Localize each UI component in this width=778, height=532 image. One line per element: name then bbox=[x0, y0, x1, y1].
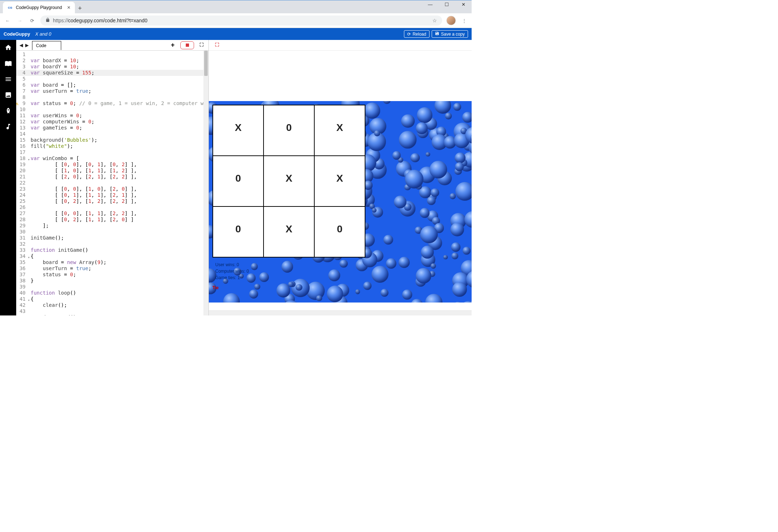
code-line[interactable]: 14 bbox=[16, 131, 208, 137]
home-icon[interactable] bbox=[4, 44, 12, 51]
code-line[interactable]: 23 [ [0, 0], [1, 0], [2, 0] ], bbox=[16, 186, 208, 192]
window-maximize-button[interactable]: ☐ bbox=[439, 0, 455, 10]
address-bar[interactable]: https://codeguppy.com/code.html?t=xand0 … bbox=[40, 15, 442, 26]
code-text[interactable] bbox=[31, 180, 208, 186]
code-line[interactable]: 39 bbox=[16, 284, 208, 290]
expand-editor-button[interactable] bbox=[197, 42, 206, 48]
board-cell[interactable]: 0 bbox=[213, 206, 264, 257]
output-hscrollbar[interactable] bbox=[209, 310, 472, 315]
code-text[interactable] bbox=[31, 204, 208, 210]
code-text[interactable]: var gameTies = 0; bbox=[31, 125, 208, 131]
code-line[interactable]: 17 bbox=[16, 149, 208, 155]
browser-menu-button[interactable]: ⋮ bbox=[460, 17, 468, 24]
rocket-icon[interactable] bbox=[4, 107, 12, 115]
code-text[interactable] bbox=[31, 241, 208, 247]
code-line[interactable]: 4var squareSize = 155; bbox=[16, 70, 208, 76]
code-line[interactable]: 20 [ [1, 0], [1, 1], [1, 2] ], bbox=[16, 168, 208, 174]
code-line[interactable]: 42 clear(); bbox=[16, 302, 208, 308]
window-minimize-button[interactable]: — bbox=[422, 0, 439, 10]
board-cell[interactable]: 0 bbox=[314, 206, 365, 257]
browser-tab[interactable]: CG CodeGuppy Playground ✕ bbox=[3, 2, 75, 13]
code-tab[interactable]: Code bbox=[32, 41, 61, 50]
profile-avatar[interactable] bbox=[446, 16, 456, 25]
code-line[interactable]: 37 status = 0; bbox=[16, 272, 208, 278]
code-text[interactable]: var boardY = 10; bbox=[31, 64, 208, 70]
code-text[interactable]: { bbox=[31, 296, 208, 302]
add-tab-button[interactable]: + bbox=[168, 41, 177, 49]
code-line[interactable]: 24 [ [0, 1], [1, 1], [2, 1] ], bbox=[16, 192, 208, 198]
code-line[interactable]: 12var computerWins = 0; bbox=[16, 119, 208, 125]
board-cell[interactable]: X bbox=[264, 156, 314, 206]
code-line[interactable]: ⚠⚠9var status = 0; // 0 = game, 1 = user… bbox=[16, 100, 208, 106]
game-canvas[interactable]: X0X0XX0X0 User wins: 0 Computer wins: 0 … bbox=[209, 51, 472, 310]
code-text[interactable]: background('Bubbles'); bbox=[31, 137, 208, 143]
code-text[interactable]: [ [0, 1], [1, 1], [2, 1] ], bbox=[31, 192, 208, 198]
code-line[interactable]: 19 [ [0, 0], [0, 1], [0, 2] ], bbox=[16, 162, 208, 168]
code-text[interactable]: { bbox=[31, 253, 208, 259]
window-close-button[interactable]: ✕ bbox=[455, 0, 472, 10]
nav-back-button[interactable]: ← bbox=[4, 17, 12, 24]
code-text[interactable]: var userWins = 0; bbox=[31, 113, 208, 119]
code-line[interactable]: 13var gameTies = 0; bbox=[16, 125, 208, 131]
code-text[interactable] bbox=[31, 149, 208, 155]
code-line[interactable]: 6var board = []; bbox=[16, 82, 208, 88]
code-line[interactable]: 30 bbox=[16, 229, 208, 235]
code-line[interactable]: 36 userTurn = true; bbox=[16, 265, 208, 272]
code-text[interactable] bbox=[31, 131, 208, 137]
menu-icon[interactable] bbox=[4, 75, 12, 83]
fold-icon[interactable]: ▾ bbox=[28, 156, 30, 163]
code-text[interactable]: var status = 0; // 0 = game, 1 = user wi… bbox=[31, 100, 208, 106]
code-text[interactable] bbox=[31, 94, 208, 100]
code-text[interactable]: function loop() bbox=[31, 290, 208, 296]
code-text[interactable]: [ [0, 2], [1, 1], [2, 0] ] bbox=[31, 217, 208, 223]
code-text[interactable] bbox=[31, 106, 208, 113]
editor-scrollbar[interactable] bbox=[203, 51, 208, 315]
code-line[interactable]: 28 [ [0, 2], [1, 1], [2, 0] ] bbox=[16, 217, 208, 223]
code-text[interactable]: [ [2, 0], [2, 1], [2, 2] ], bbox=[31, 174, 208, 180]
code-text[interactable]: userTurn = true; bbox=[31, 265, 208, 272]
code-text[interactable]: [ [0, 2], [1, 2], [2, 2] ], bbox=[31, 198, 208, 204]
code-line[interactable]: 32 bbox=[16, 241, 208, 247]
code-text[interactable]: fill("white"); bbox=[31, 143, 208, 149]
code-line[interactable]: 31initGame(); bbox=[16, 235, 208, 241]
tictactoe-board[interactable]: X0X0XX0X0 bbox=[212, 105, 365, 258]
code-text[interactable]: } bbox=[31, 278, 208, 284]
code-line[interactable]: 27 [ [0, 0], [1, 1], [2, 2] ], bbox=[16, 210, 208, 217]
save-copy-button[interactable]: Save a copy bbox=[432, 30, 468, 38]
code-text[interactable]: var boardX = 10; bbox=[31, 58, 208, 64]
stop-button[interactable] bbox=[180, 41, 194, 49]
code-text[interactable] bbox=[31, 76, 208, 82]
code-line[interactable]: 35 board = new Array(9); bbox=[16, 259, 208, 265]
code-text[interactable]: [ [1, 0], [1, 1], [1, 2] ], bbox=[31, 168, 208, 174]
tab-next-button[interactable]: ▶ bbox=[24, 42, 30, 48]
code-line[interactable]: 21 [ [2, 0], [2, 1], [2, 2] ], bbox=[16, 174, 208, 180]
code-line[interactable]: 16fill("white"); bbox=[16, 143, 208, 149]
tab-prev-button[interactable]: ◀ bbox=[18, 42, 24, 48]
code-text[interactable] bbox=[31, 284, 208, 290]
code-line[interactable]: 15background('Bubbles'); bbox=[16, 137, 208, 143]
code-line[interactable]: 43 bbox=[16, 308, 208, 314]
music-icon[interactable] bbox=[4, 123, 12, 131]
new-tab-button[interactable]: + bbox=[75, 3, 85, 13]
code-text[interactable]: var computerWins = 0; bbox=[31, 119, 208, 125]
nav-forward-button[interactable]: → bbox=[16, 17, 24, 24]
code-line[interactable]: 29 ]; bbox=[16, 223, 208, 229]
code-line[interactable]: 3var boardY = 10; bbox=[16, 64, 208, 70]
bookmark-star-icon[interactable]: ☆ bbox=[432, 18, 437, 23]
code-line[interactable]: 22 bbox=[16, 180, 208, 186]
code-text[interactable]: function initGame() bbox=[31, 247, 208, 253]
code-text[interactable]: drawBoard(); bbox=[31, 314, 208, 315]
code-line[interactable]: 18var winCombo = [▾ bbox=[16, 155, 208, 162]
code-text[interactable]: clear(); bbox=[31, 302, 208, 308]
code-text[interactable]: board = new Array(9); bbox=[31, 259, 208, 265]
code-text[interactable] bbox=[31, 308, 208, 314]
code-line[interactable]: 1 bbox=[16, 51, 208, 58]
board-cell[interactable]: X bbox=[314, 105, 365, 156]
fold-icon[interactable]: ▾ bbox=[28, 254, 30, 260]
code-line[interactable]: 33function initGame() bbox=[16, 247, 208, 253]
code-line[interactable]: 10 bbox=[16, 106, 208, 113]
book-icon[interactable] bbox=[4, 59, 12, 67]
board-cell[interactable]: 0 bbox=[213, 156, 264, 206]
fold-icon[interactable]: ▾ bbox=[28, 297, 30, 303]
board-cell[interactable]: X bbox=[264, 206, 314, 257]
